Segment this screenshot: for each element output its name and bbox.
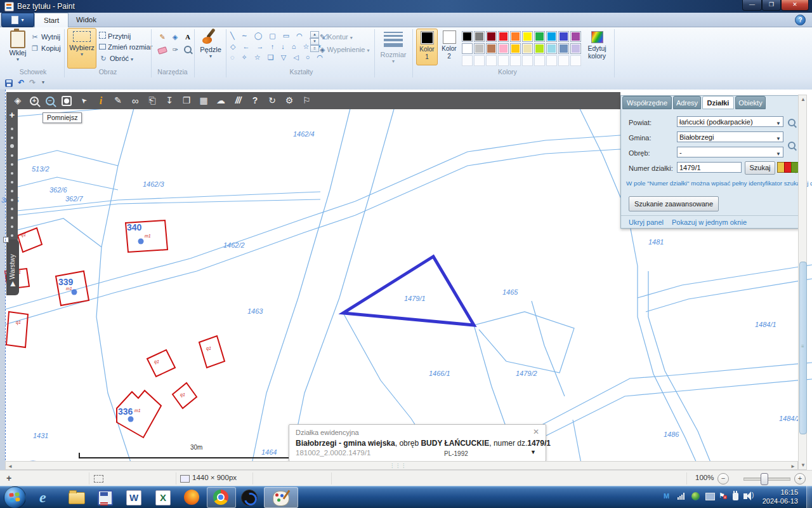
close-button[interactable]: ✕ <box>781 0 809 11</box>
taskbar-dark-app[interactable] <box>241 490 256 505</box>
tray-volume-icon[interactable]: ) <box>743 493 747 499</box>
palette-empty[interactable] <box>462 55 473 66</box>
print-icon[interactable]: ⎗ <box>147 92 157 109</box>
refresh-icon[interactable]: ↻ <box>267 92 277 109</box>
pointer-icon[interactable]: ➤ <box>74 91 93 110</box>
tray-action-center-icon[interactable]: ⚑✕ <box>719 491 725 500</box>
palette-empty[interactable] <box>498 55 509 66</box>
close-icon[interactable]: ✕ <box>533 427 539 436</box>
copy-view-icon[interactable]: ❐ <box>181 92 192 109</box>
advanced-search-button[interactable]: Szukanie zaawansowane <box>629 196 719 211</box>
gmina-search-icon[interactable] <box>788 142 796 149</box>
palette-color[interactable] <box>570 43 581 54</box>
hide-panel-link[interactable]: Ukryj panel <box>629 218 664 226</box>
tray-m-icon[interactable]: M <box>664 492 669 500</box>
tray-antivirus-icon[interactable] <box>691 492 700 500</box>
map-v-scrollbar[interactable]: ▲ ▼ ≡ <box>798 95 807 470</box>
palette-color[interactable] <box>474 31 485 42</box>
palette-empty[interactable] <box>522 55 533 66</box>
info-icon[interactable]: i <box>96 92 106 109</box>
palette-color[interactable] <box>510 43 521 54</box>
palette-color[interactable] <box>462 31 473 42</box>
palette-color[interactable] <box>486 31 497 42</box>
link-icon[interactable]: ∞ <box>130 92 140 109</box>
scroll-left-icon[interactable]: ◄ <box>8 464 13 469</box>
palette-color[interactable] <box>534 31 545 42</box>
measure-icon[interactable]: ✎ <box>113 92 123 109</box>
rotate-button[interactable]: ↻ Obróć ▾ <box>99 55 133 63</box>
scroll-right-icon[interactable]: ► <box>790 464 796 469</box>
zoom-in-button[interactable]: + <box>794 473 806 485</box>
outline-button[interactable]: ✎ Kontur ▾ <box>320 33 353 41</box>
zoom-plus[interactable]: + <box>6 109 18 121</box>
palette-color[interactable] <box>498 43 509 54</box>
szukaj-button[interactable]: Szukaj <box>745 161 775 175</box>
palette-empty[interactable] <box>570 55 581 66</box>
help-icon[interactable]: ? <box>795 15 806 25</box>
flag-icon[interactable]: ⚐ <box>301 92 311 109</box>
start-button[interactable] <box>4 486 26 508</box>
palette-empty[interactable] <box>558 55 569 66</box>
palette-color[interactable] <box>522 31 533 42</box>
palette-color[interactable] <box>546 43 557 54</box>
undo-button[interactable]: ↶ <box>18 78 24 87</box>
tab-widok[interactable]: Widok <box>67 13 105 27</box>
taskbar-excel[interactable]: X <box>155 490 171 505</box>
taskbar-chrome[interactable] <box>213 490 228 505</box>
shapes-row-3[interactable]: ◌ ✧ ☆ ❏ ▽ ◁ ○ ◠ <box>230 52 325 62</box>
eraser-tool[interactable] <box>156 44 169 56</box>
obreb-select[interactable]: -▼ <box>677 147 783 157</box>
select-area-icon[interactable] <box>62 96 72 106</box>
palette-color[interactable] <box>510 31 521 42</box>
shapes-more[interactable]: ≡ <box>310 45 319 52</box>
tray-clock[interactable]: 16:15 2024-06-13 <box>759 488 798 505</box>
tray-display-icon[interactable] <box>705 493 715 500</box>
copy-button[interactable]: ❐ Kopiuj <box>30 44 61 53</box>
magnifier-tool[interactable] <box>181 44 194 56</box>
v-scroll-thumb[interactable]: ≡ <box>799 262 807 434</box>
palette-color[interactable] <box>498 31 509 42</box>
powiat-select[interactable]: łańcucki (podkarpackie)▼ <box>677 116 783 127</box>
palette-empty[interactable] <box>486 55 497 66</box>
palette-empty[interactable] <box>474 55 485 66</box>
palette-color[interactable] <box>546 31 557 42</box>
tray-network-icon[interactable] <box>678 492 686 500</box>
tab-dzialki[interactable]: Działki <box>702 96 734 109</box>
taskbar-ie[interactable]: e <box>39 490 55 505</box>
resize-button[interactable]: Zmień rozmiar <box>99 43 152 51</box>
paste-button[interactable]: Wklej ▾ <box>5 29 30 62</box>
fill-shape-button[interactable]: ◈ Wypełnienie ▾ <box>320 46 369 54</box>
zoom-out-icon[interactable]: − <box>46 97 55 105</box>
palette-empty[interactable] <box>534 55 545 66</box>
layout-icon[interactable]: ▦ <box>199 92 209 109</box>
single-window-link[interactable]: Pokazuj w jednym oknie <box>672 218 747 226</box>
crs-chevron-icon[interactable]: ▼ <box>530 449 536 455</box>
minimize-button[interactable]: — <box>742 0 762 11</box>
palette-color[interactable] <box>522 43 533 54</box>
powiat-search-icon[interactable] <box>788 119 796 126</box>
color2-button[interactable]: Kolor 2 <box>439 29 459 64</box>
map-h-scrollbar[interactable]: ◄ ► ⋮⋮⋮ <box>5 461 798 470</box>
taskbar-floppy-app[interactable] <box>98 490 113 505</box>
tab-start[interactable]: Start <box>34 13 69 27</box>
edit-colors-button[interactable]: Edytuj kolory <box>584 30 610 60</box>
palette-color[interactable] <box>462 43 473 54</box>
size-button[interactable]: Rozmiar ▾ <box>379 30 407 64</box>
taskbar-firefox[interactable] <box>184 490 199 505</box>
zoom-in-icon[interactable]: + <box>30 97 39 105</box>
palette-color[interactable] <box>486 43 497 54</box>
palette-empty[interactable] <box>546 55 557 66</box>
picker-tool[interactable]: ✑ <box>169 44 181 56</box>
fill-tool[interactable]: ◈ <box>169 31 181 43</box>
text-tool[interactable]: A <box>181 31 194 43</box>
download-icon[interactable]: ↧ <box>164 92 174 109</box>
brushes-button[interactable]: Pędzle ▾ <box>197 29 224 59</box>
paint-canvas[interactable]: 1462/4 513/2 362/6 362/7 362/5 1462/3 14… <box>0 90 812 470</box>
tab-obiekty[interactable]: Obiekty <box>735 96 766 109</box>
redo-button[interactable]: ↷ <box>29 78 36 87</box>
pencil-tool[interactable]: ✎ <box>156 31 169 43</box>
scroll-down-icon[interactable]: ▼ <box>801 462 806 468</box>
gmina-select[interactable]: Białobrzegi▼ <box>677 131 783 142</box>
palette-color[interactable] <box>558 31 569 42</box>
numer-input[interactable]: 1479/1 <box>677 162 742 173</box>
